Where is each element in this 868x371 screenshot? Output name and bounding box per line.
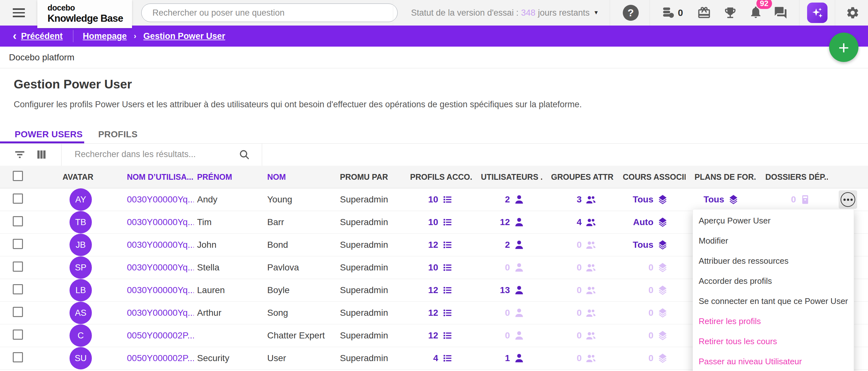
profiles-count[interactable]: 10: [428, 194, 453, 205]
layers-icon: [657, 308, 668, 318]
users-count: 0: [505, 308, 525, 318]
trial-days: 348: [521, 8, 535, 18]
columns-icon[interactable]: [36, 149, 47, 160]
table-row: AY 0030Y00000Yq... Andy Young Superadmin…: [0, 189, 868, 211]
username-link[interactable]: 0030Y00000Yq...: [124, 240, 194, 250]
plans-count[interactable]: Tous: [704, 194, 739, 205]
platform-strip: Docebo platform: [0, 47, 868, 68]
filter-icon[interactable]: [14, 149, 26, 160]
menu-item[interactable]: Retirer tous les cours: [693, 332, 854, 351]
username-link[interactable]: 0030Y00000Yq...: [124, 308, 194, 318]
platform-label: Docebo platform: [9, 52, 74, 63]
people-icon: [586, 353, 596, 364]
users-count[interactable]: 2: [505, 239, 525, 250]
layers-icon: [657, 353, 668, 364]
back-link[interactable]: Précédent: [21, 31, 63, 41]
row-actions-button[interactable]: [839, 190, 857, 209]
row-checkbox[interactable]: [13, 307, 23, 317]
profiles-count[interactable]: 12: [428, 239, 453, 250]
username-link[interactable]: 0050Y000002P...: [124, 353, 194, 363]
gear-icon[interactable]: [846, 6, 860, 20]
profiles-count[interactable]: 4: [433, 353, 453, 364]
menu-item[interactable]: Retirer les profils: [693, 311, 854, 332]
ai-assistant-button[interactable]: [807, 3, 828, 23]
app-logo[interactable]: docebo Knowledge Base: [37, 0, 132, 28]
profiles-count[interactable]: 12: [428, 330, 453, 341]
username-link[interactable]: 0030Y00000Yq...: [124, 285, 194, 295]
row-checkbox[interactable]: [13, 284, 23, 294]
person-icon: [514, 285, 525, 296]
page-title: Gestion Power User: [14, 77, 132, 91]
courses-count: 0: [648, 285, 668, 296]
add-button[interactable]: +: [829, 33, 859, 62]
username-link[interactable]: 0030Y00000Yq...: [124, 262, 194, 273]
courses-count[interactable]: Tous: [633, 239, 668, 250]
chat-icon[interactable]: [774, 6, 788, 20]
global-search-input[interactable]: Rechercher ou poser une question: [141, 3, 398, 22]
trial-status-dropdown[interactable]: Statut de la version d'essai : 348 jours…: [411, 8, 599, 18]
users-count[interactable]: 1: [505, 353, 525, 364]
menu-item[interactable]: Passer au niveau Utilisateur: [693, 351, 854, 371]
col-header-last-name[interactable]: NOM: [264, 172, 337, 182]
avatar: TB: [69, 211, 92, 233]
gift-icon[interactable]: [697, 6, 711, 20]
users-count[interactable]: 13: [500, 285, 525, 296]
layers-icon: [657, 194, 668, 205]
hamburger-menu-icon[interactable]: [13, 8, 25, 17]
groups-count: 0: [577, 262, 596, 273]
tab-profils[interactable]: PROFILS: [98, 129, 137, 140]
promoted-by: Superadmin: [337, 195, 407, 205]
menu-item[interactable]: Aperçu Power User: [693, 211, 854, 231]
avatar: LB: [69, 279, 92, 302]
breadcrumb-bar: ‹ Précédent Homepage › Gestion Power Use…: [0, 26, 868, 47]
menu-item[interactable]: Modifier: [693, 231, 854, 251]
last-name: Bond: [264, 240, 337, 250]
row-checkbox[interactable]: [13, 216, 23, 226]
results-search-input[interactable]: Rechercher dans les résultats...: [74, 149, 196, 159]
last-name: Song: [264, 308, 337, 318]
breadcrumb-home-link[interactable]: Homepage: [83, 31, 127, 41]
last-name: Pavlova: [264, 262, 337, 273]
trophy-icon[interactable]: [723, 6, 737, 20]
tab-power-users[interactable]: POWER USERS: [15, 129, 83, 140]
username-link[interactable]: 0030Y00000Yq...: [124, 195, 194, 205]
table-toolbar: Rechercher dans les résultats...: [0, 144, 868, 166]
col-header-username[interactable]: NOM D’UTILISA...: [124, 172, 194, 182]
profiles-count[interactable]: 10: [428, 217, 453, 228]
layers-icon: [657, 262, 668, 273]
groups-count[interactable]: 4: [577, 217, 596, 228]
groups-count[interactable]: 3: [577, 194, 596, 205]
coins-count: 0: [678, 8, 683, 18]
help-icon[interactable]: ?: [623, 5, 639, 21]
select-all-checkbox[interactable]: [13, 171, 23, 181]
row-checkbox[interactable]: [13, 330, 23, 340]
avatar: SP: [69, 256, 92, 279]
profiles-count[interactable]: 10: [428, 262, 453, 273]
avatar: AS: [69, 302, 92, 324]
courses-count[interactable]: Auto: [633, 217, 668, 228]
username-link[interactable]: 0050Y000002P...: [124, 331, 194, 341]
breadcrumb-current-link[interactable]: Gestion Power User: [144, 31, 225, 41]
menu-item[interactable]: Se connecter en tant que ce Power User: [693, 291, 854, 311]
menu-item[interactable]: Accorder des profils: [693, 271, 854, 291]
username-link[interactable]: 0030Y00000Yq...: [124, 217, 194, 227]
courses-count[interactable]: Tous: [633, 194, 668, 205]
row-checkbox[interactable]: [13, 261, 23, 272]
coins-icon[interactable]: [661, 6, 675, 20]
profiles-count[interactable]: 12: [428, 308, 453, 318]
first-name: Tim: [194, 217, 264, 227]
users-count[interactable]: 12: [500, 217, 525, 228]
list-icon: [442, 262, 453, 273]
promoted-by: Superadmin: [337, 331, 407, 341]
col-header-first-name[interactable]: PRÉNOM: [194, 172, 264, 182]
sparkles-icon: [810, 6, 824, 20]
col-header-courses: COURS ASSOCIÉS: [614, 172, 686, 182]
profiles-count[interactable]: 12: [428, 285, 453, 296]
menu-item[interactable]: Attribuer des ressources: [693, 251, 854, 271]
people-icon: [586, 308, 596, 318]
users-count[interactable]: 2: [505, 194, 525, 205]
row-checkbox[interactable]: [13, 239, 23, 249]
row-checkbox[interactable]: [13, 352, 23, 362]
search-icon[interactable]: [239, 149, 250, 160]
row-checkbox[interactable]: [13, 194, 23, 204]
